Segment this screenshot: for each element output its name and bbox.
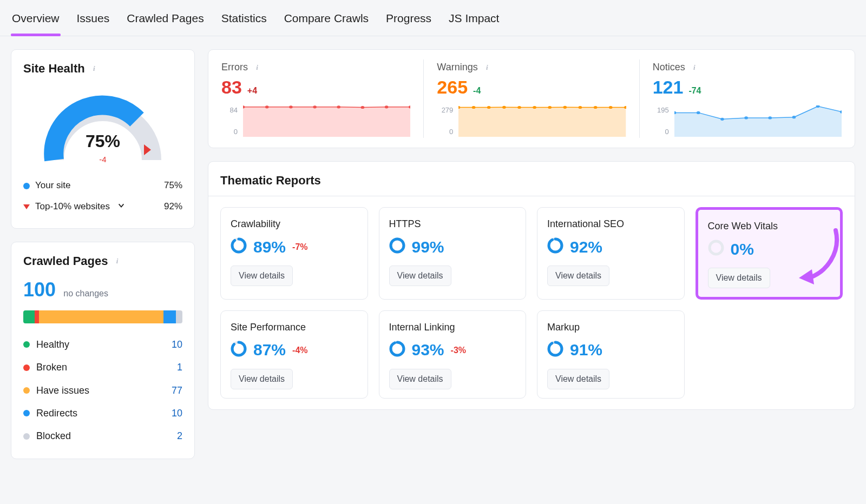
list-row[interactable]: Broken1	[23, 356, 182, 379]
list-row[interactable]: Have issues77	[23, 379, 182, 402]
info-icon[interactable]	[89, 64, 99, 74]
stat-value: 121	[653, 75, 684, 100]
report-title: HTTPS	[389, 217, 516, 230]
info-icon[interactable]	[113, 256, 122, 266]
chevron-down-icon	[117, 201, 125, 213]
tab-js-impact[interactable]: JS Impact	[448, 8, 500, 36]
svg-point-2	[265, 105, 269, 108]
report-card-https: HTTPS 99% View details	[379, 207, 527, 300]
svg-point-7	[385, 105, 389, 108]
tab-overview[interactable]: Overview	[11, 8, 61, 36]
stat-value: 83	[221, 75, 242, 100]
dot-icon	[23, 410, 30, 416]
tab-compare-crawls[interactable]: Compare Crawls	[283, 8, 370, 36]
triangle-down-icon	[23, 204, 30, 209]
stat-title: Warnings	[437, 61, 626, 74]
axis-labels: 2790	[437, 105, 453, 137]
view-details-button[interactable]: View details	[231, 266, 293, 286]
svg-point-6	[361, 105, 365, 108]
info-icon[interactable]	[690, 62, 699, 72]
axis-labels: 840	[221, 105, 238, 137]
bar-segment	[39, 310, 163, 323]
stat-notices[interactable]: Notices 121 -74 1950	[640, 59, 855, 137]
tab-progress[interactable]: Progress	[385, 8, 432, 36]
bar-segment	[35, 310, 40, 323]
tab-statistics[interactable]: Statistics	[220, 8, 268, 36]
donut-icon	[547, 237, 563, 256]
donut-icon	[708, 240, 724, 258]
view-details-button[interactable]: View details	[547, 369, 609, 389]
svg-point-26	[792, 116, 796, 118]
svg-point-4	[313, 105, 317, 108]
tab-issues[interactable]: Issues	[76, 8, 111, 36]
dot-icon	[23, 183, 30, 189]
svg-point-24	[744, 116, 748, 119]
report-value: 99%	[412, 236, 444, 258]
view-details-button[interactable]: View details	[231, 369, 293, 389]
list-row[interactable]: Blocked2	[23, 425, 182, 447]
row-value: 10	[159, 407, 182, 420]
svg-point-39	[232, 342, 245, 355]
thematic-title: Thematic Reports	[220, 173, 843, 189]
tabs: OverviewIssuesCrawled PagesStatisticsCom…	[0, 0, 866, 36]
view-details-button[interactable]: View details	[389, 266, 451, 286]
stat-title: Errors	[221, 61, 410, 74]
svg-point-23	[720, 117, 724, 120]
svg-point-5	[337, 105, 340, 108]
list-row[interactable]: Healthy10	[23, 333, 182, 356]
legend-row: Your site75%	[23, 175, 182, 196]
row-label: Redirects	[36, 407, 77, 420]
divider	[208, 196, 855, 196]
site-health-gauge: 75% -4	[38, 84, 168, 165]
stat-warnings[interactable]: Warnings 265 -4 2790	[424, 59, 639, 137]
svg-point-16	[563, 105, 567, 108]
legend-row[interactable]: Top-10% websites92%	[23, 196, 182, 217]
sparkline	[674, 105, 842, 137]
sparkline	[458, 105, 626, 137]
view-details-button[interactable]: View details	[547, 266, 609, 286]
report-card-crawlability: Crawlability 89% -7% View details	[220, 207, 368, 300]
svg-point-11	[487, 105, 491, 108]
donut-icon	[231, 237, 247, 256]
stat-delta: +4	[247, 85, 257, 97]
legend-label: Your site	[35, 180, 71, 192]
report-card-core-web-vitals: Core Web Vitals 0% View details	[696, 207, 843, 300]
dot-icon	[23, 433, 30, 440]
svg-point-43	[549, 342, 562, 355]
report-value: 93%	[412, 339, 444, 361]
view-details-button[interactable]: View details	[708, 268, 770, 288]
bar-segment	[163, 310, 176, 323]
tab-crawled-pages[interactable]: Crawled Pages	[126, 8, 205, 36]
stat-title: Notices	[653, 61, 842, 74]
stat-errors[interactable]: Errors 83 +4 840	[208, 59, 424, 137]
svg-point-18	[594, 105, 598, 108]
report-title: Internal Linking	[389, 321, 516, 334]
legend-label: Top-10% websites	[35, 201, 110, 213]
list-row[interactable]: Redirects10	[23, 402, 182, 425]
info-icon[interactable]	[252, 62, 262, 72]
crawled-pages-sub: no changes	[63, 289, 108, 298]
site-health-title: Site Health	[23, 61, 182, 77]
svg-point-17	[579, 105, 582, 108]
row-value: 1	[159, 361, 182, 374]
donut-icon	[389, 237, 405, 256]
crawled-pages-bar	[23, 310, 182, 323]
svg-point-12	[502, 105, 506, 108]
donut-icon	[547, 341, 563, 360]
dot-icon	[23, 341, 30, 348]
svg-marker-37	[799, 269, 814, 284]
report-delta: -3%	[451, 344, 466, 356]
stat-strip: Errors 83 +4 840 Warnings 265 -4 2790 No…	[208, 49, 855, 148]
legend-value: 75%	[164, 180, 182, 192]
report-value: 0%	[731, 238, 754, 261]
gauge-value: 75%	[38, 130, 168, 153]
report-value: 87%	[253, 339, 286, 361]
report-title: Core Web Vitals	[708, 220, 831, 233]
view-details-button[interactable]: View details	[389, 369, 451, 389]
sparkline	[243, 105, 410, 137]
thematic-reports-card: Thematic Reports Crawlability 89% -7% Vi…	[208, 161, 855, 410]
info-icon[interactable]	[482, 62, 492, 72]
svg-point-32	[391, 239, 404, 252]
report-value: 91%	[570, 339, 602, 361]
dot-icon	[23, 387, 30, 394]
